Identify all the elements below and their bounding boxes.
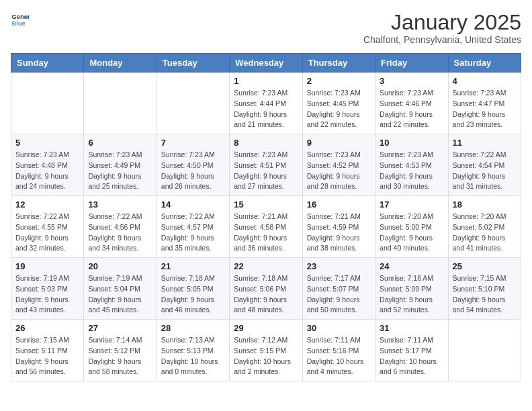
day-cell: 12Sunrise: 7:22 AMSunset: 4:55 PMDayligh… [11, 196, 84, 258]
day-info: Sunrise: 7:23 AMSunset: 4:47 PMDaylight:… [453, 88, 517, 130]
day-info: Sunrise: 7:14 AMSunset: 5:12 PMDaylight:… [88, 335, 152, 377]
col-header-tuesday: Tuesday [157, 54, 229, 73]
day-cell: 6Sunrise: 7:23 AMSunset: 4:49 PMDaylight… [84, 134, 157, 196]
day-number: 8 [234, 138, 298, 148]
day-info: Sunrise: 7:23 AMSunset: 4:44 PMDaylight:… [234, 88, 298, 130]
day-cell: 2Sunrise: 7:23 AMSunset: 4:45 PMDaylight… [302, 73, 375, 134]
day-cell [157, 73, 229, 134]
day-cell [84, 73, 157, 134]
day-cell [11, 73, 84, 134]
day-number: 18 [453, 199, 517, 210]
day-info: Sunrise: 7:23 AMSunset: 4:49 PMDaylight:… [88, 150, 152, 192]
day-info: Sunrise: 7:23 AMSunset: 4:50 PMDaylight:… [161, 150, 225, 192]
logo-icon: General Blue [11, 11, 30, 30]
week-row-4: 19Sunrise: 7:19 AMSunset: 5:03 PMDayligh… [11, 258, 521, 320]
day-cell: 8Sunrise: 7:23 AMSunset: 4:51 PMDaylight… [230, 134, 302, 196]
day-cell: 4Sunrise: 7:23 AMSunset: 4:47 PMDaylight… [448, 73, 521, 134]
day-cell: 5Sunrise: 7:23 AMSunset: 4:48 PMDaylight… [11, 134, 84, 196]
day-info: Sunrise: 7:22 AMSunset: 4:56 PMDaylight:… [88, 212, 152, 254]
day-cell: 16Sunrise: 7:21 AMSunset: 4:59 PMDayligh… [302, 196, 375, 258]
page-header: General Blue January 2025 Chalfont, Penn… [11, 11, 521, 45]
day-number: 10 [380, 138, 443, 148]
day-info: Sunrise: 7:22 AMSunset: 4:54 PMDaylight:… [453, 150, 517, 192]
day-info: Sunrise: 7:12 AMSunset: 5:15 PMDaylight:… [234, 335, 298, 377]
day-number: 27 [88, 323, 152, 333]
day-number: 11 [453, 138, 517, 148]
calendar-table: SundayMondayTuesdayWednesdayThursdayFrid… [11, 53, 521, 381]
day-info: Sunrise: 7:19 AMSunset: 5:04 PMDaylight:… [88, 273, 152, 316]
day-number: 16 [307, 199, 371, 210]
day-number: 21 [161, 261, 225, 271]
day-number: 9 [307, 138, 371, 148]
day-number: 22 [234, 261, 298, 271]
day-number: 3 [380, 76, 443, 86]
day-number: 4 [453, 76, 517, 86]
day-info: Sunrise: 7:23 AMSunset: 4:46 PMDaylight:… [380, 88, 443, 130]
calendar-subtitle: Chalfont, Pennsylvania, United States [363, 34, 521, 45]
day-info: Sunrise: 7:21 AMSunset: 4:59 PMDaylight:… [307, 212, 371, 254]
calendar-title: January 2025 [363, 11, 521, 34]
title-block: January 2025 Chalfont, Pennsylvania, Uni… [363, 11, 521, 45]
week-row-3: 12Sunrise: 7:22 AMSunset: 4:55 PMDayligh… [11, 196, 521, 258]
day-cell: 15Sunrise: 7:21 AMSunset: 4:58 PMDayligh… [230, 196, 302, 258]
day-number: 25 [453, 261, 517, 271]
day-number: 13 [88, 199, 152, 210]
day-cell: 1Sunrise: 7:23 AMSunset: 4:44 PMDaylight… [230, 73, 302, 134]
day-cell: 9Sunrise: 7:23 AMSunset: 4:52 PMDaylight… [302, 134, 375, 196]
day-number: 23 [307, 261, 371, 271]
col-header-wednesday: Wednesday [230, 54, 302, 73]
day-number: 26 [15, 323, 79, 333]
svg-text:Blue: Blue [12, 20, 26, 27]
col-header-saturday: Saturday [448, 54, 521, 73]
col-header-thursday: Thursday [302, 54, 375, 73]
day-cell: 28Sunrise: 7:13 AMSunset: 5:13 PMDayligh… [157, 320, 229, 381]
day-cell: 17Sunrise: 7:20 AMSunset: 5:00 PMDayligh… [375, 196, 448, 258]
day-info: Sunrise: 7:22 AMSunset: 4:55 PMDaylight:… [15, 212, 79, 254]
day-cell [448, 320, 521, 381]
day-info: Sunrise: 7:22 AMSunset: 4:57 PMDaylight:… [161, 212, 225, 254]
day-info: Sunrise: 7:23 AMSunset: 4:51 PMDaylight:… [234, 150, 298, 192]
day-info: Sunrise: 7:23 AMSunset: 4:48 PMDaylight:… [15, 150, 79, 192]
day-number: 5 [15, 138, 79, 148]
day-number: 20 [88, 261, 152, 271]
day-info: Sunrise: 7:23 AMSunset: 4:52 PMDaylight:… [307, 150, 371, 192]
day-cell: 27Sunrise: 7:14 AMSunset: 5:12 PMDayligh… [84, 320, 157, 381]
day-info: Sunrise: 7:11 AMSunset: 5:17 PMDaylight:… [380, 335, 443, 377]
day-cell: 3Sunrise: 7:23 AMSunset: 4:46 PMDaylight… [375, 73, 448, 134]
day-cell: 25Sunrise: 7:15 AMSunset: 5:10 PMDayligh… [448, 258, 521, 320]
calendar-header-row: SundayMondayTuesdayWednesdayThursdayFrid… [11, 54, 521, 73]
day-info: Sunrise: 7:15 AMSunset: 5:11 PMDaylight:… [15, 335, 79, 377]
day-cell: 30Sunrise: 7:11 AMSunset: 5:16 PMDayligh… [302, 320, 375, 381]
day-number: 19 [15, 261, 79, 271]
col-header-monday: Monday [84, 54, 157, 73]
day-cell: 31Sunrise: 7:11 AMSunset: 5:17 PMDayligh… [375, 320, 448, 381]
week-row-2: 5Sunrise: 7:23 AMSunset: 4:48 PMDaylight… [11, 134, 521, 196]
day-number: 6 [88, 138, 152, 148]
day-info: Sunrise: 7:15 AMSunset: 5:10 PMDaylight:… [453, 273, 517, 316]
day-info: Sunrise: 7:17 AMSunset: 5:07 PMDaylight:… [307, 273, 371, 316]
day-info: Sunrise: 7:13 AMSunset: 5:13 PMDaylight:… [161, 335, 225, 377]
day-cell: 19Sunrise: 7:19 AMSunset: 5:03 PMDayligh… [11, 258, 84, 320]
day-cell: 23Sunrise: 7:17 AMSunset: 5:07 PMDayligh… [302, 258, 375, 320]
day-cell: 13Sunrise: 7:22 AMSunset: 4:56 PMDayligh… [84, 196, 157, 258]
day-number: 12 [15, 199, 79, 210]
day-cell: 18Sunrise: 7:20 AMSunset: 5:02 PMDayligh… [448, 196, 521, 258]
week-row-5: 26Sunrise: 7:15 AMSunset: 5:11 PMDayligh… [11, 320, 521, 381]
day-number: 14 [161, 199, 225, 210]
day-info: Sunrise: 7:23 AMSunset: 4:45 PMDaylight:… [307, 88, 371, 130]
day-cell: 11Sunrise: 7:22 AMSunset: 4:54 PMDayligh… [448, 134, 521, 196]
day-number: 24 [380, 261, 443, 271]
day-number: 2 [307, 76, 371, 86]
day-cell: 22Sunrise: 7:18 AMSunset: 5:06 PMDayligh… [230, 258, 302, 320]
day-cell: 21Sunrise: 7:18 AMSunset: 5:05 PMDayligh… [157, 258, 229, 320]
day-number: 29 [234, 323, 298, 333]
day-info: Sunrise: 7:16 AMSunset: 5:09 PMDaylight:… [380, 273, 443, 316]
day-cell: 14Sunrise: 7:22 AMSunset: 4:57 PMDayligh… [157, 196, 229, 258]
day-info: Sunrise: 7:20 AMSunset: 5:02 PMDaylight:… [453, 212, 517, 254]
day-number: 1 [234, 76, 298, 86]
week-row-1: 1Sunrise: 7:23 AMSunset: 4:44 PMDaylight… [11, 73, 521, 134]
logo: General Blue [11, 11, 30, 30]
day-number: 17 [380, 199, 443, 210]
day-cell: 20Sunrise: 7:19 AMSunset: 5:04 PMDayligh… [84, 258, 157, 320]
col-header-sunday: Sunday [11, 54, 84, 73]
